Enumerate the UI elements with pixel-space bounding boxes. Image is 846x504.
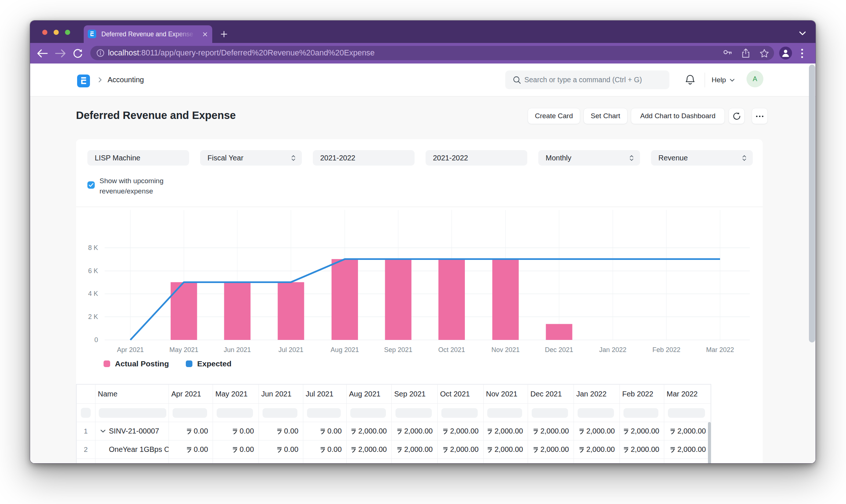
svg-text:Jun 2021: Jun 2021 [224,346,251,353]
svg-text:May 2021: May 2021 [169,346,198,353]
svg-text:Mar 2022: Mar 2022 [706,346,734,353]
svg-text:Dec 2021: Dec 2021 [545,346,573,353]
svg-text:8 K: 8 K [88,244,98,251]
svg-text:Feb 2022: Feb 2022 [652,346,680,353]
svg-text:Sep 2021: Sep 2021 [384,346,412,353]
svg-text:6 K: 6 K [88,267,98,275]
svg-text:4 K: 4 K [88,290,98,297]
svg-text:Nov 2021: Nov 2021 [491,346,520,353]
svg-text:Aug 2021: Aug 2021 [330,346,359,353]
svg-text:0: 0 [94,336,98,344]
svg-text:Jul 2021: Jul 2021 [278,346,303,353]
svg-text:Oct 2021: Oct 2021 [438,346,465,353]
svg-text:Jan 2022: Jan 2022 [599,346,626,353]
svg-text:Apr 2021: Apr 2021 [117,346,144,353]
svg-text:2 K: 2 K [88,313,98,320]
